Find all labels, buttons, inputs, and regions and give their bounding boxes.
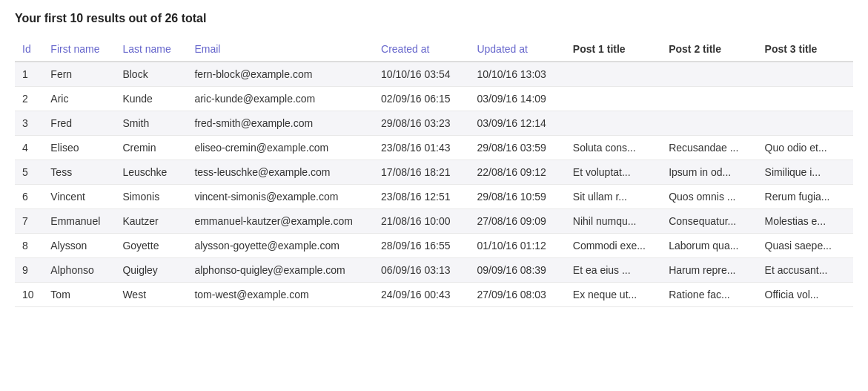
cell-firstname: Tess: [43, 160, 115, 185]
sort-email-link[interactable]: Email: [194, 43, 220, 55]
col-header-email[interactable]: Email: [187, 37, 374, 62]
cell-lastname: Goyette: [115, 234, 187, 258]
cell-id: 7: [15, 209, 43, 234]
sort-updated-link[interactable]: Updated at: [477, 43, 528, 55]
cell-post2: Ratione fac...: [661, 283, 757, 307]
results-table: Id First name Last name Email Created at…: [15, 37, 853, 307]
cell-lastname: Leuschke: [115, 160, 187, 185]
cell-firstname: Aric: [43, 87, 115, 111]
cell-post1: Sit ullam r...: [566, 185, 661, 209]
cell-firstname: Eliseo: [43, 136, 115, 160]
cell-id: 6: [15, 185, 43, 209]
cell-firstname: Alysson: [43, 234, 115, 258]
cell-lastname: Smith: [115, 111, 187, 136]
cell-created: 29/08/16 03:23: [374, 111, 469, 136]
cell-post1: Nihil numqu...: [566, 209, 661, 234]
cell-email: vincent-simonis@example.com: [187, 185, 374, 209]
cell-updated: 01/10/16 01:12: [469, 234, 565, 258]
cell-post2: Quos omnis ...: [661, 185, 757, 209]
cell-email: emmanuel-kautzer@example.com: [187, 209, 374, 234]
table-row: 10TomWesttom-west@example.com24/09/16 00…: [15, 283, 853, 307]
table-row: 8AlyssonGoyettealysson-goyette@example.c…: [15, 234, 853, 258]
cell-updated: 22/08/16 09:12: [469, 160, 565, 185]
cell-id: 9: [15, 258, 43, 283]
col-header-post3: Post 3 title: [758, 37, 853, 62]
col-header-updated[interactable]: Updated at: [469, 37, 565, 62]
cell-post2: Recusandae ...: [661, 136, 757, 160]
cell-post3: Rerum fugia...: [758, 185, 853, 209]
cell-email: fred-smith@example.com: [187, 111, 374, 136]
cell-created: 24/09/16 00:43: [374, 283, 469, 307]
cell-updated: 10/10/16 13:03: [469, 62, 565, 87]
cell-firstname: Vincent: [43, 185, 115, 209]
cell-post1: Soluta cons...: [566, 136, 661, 160]
cell-post1: [566, 62, 661, 87]
cell-post1: [566, 111, 661, 136]
cell-post2: [661, 111, 757, 136]
sort-created-link[interactable]: Created at: [381, 43, 429, 55]
cell-lastname: Quigley: [115, 258, 187, 283]
cell-post3: [758, 87, 853, 111]
sort-firstname-link[interactable]: First name: [50, 43, 99, 55]
cell-id: 1: [15, 62, 43, 87]
table-row: 6VincentSimonisvincent-simonis@example.c…: [15, 185, 853, 209]
cell-id: 3: [15, 111, 43, 136]
cell-post1: Et voluptat...: [566, 160, 661, 185]
cell-post1: Et ea eius ...: [566, 258, 661, 283]
cell-email: tom-west@example.com: [187, 283, 374, 307]
cell-created: 02/09/16 06:15: [374, 87, 469, 111]
cell-post3: [758, 111, 853, 136]
cell-updated: 29/08/16 03:59: [469, 136, 565, 160]
col-header-created[interactable]: Created at: [374, 37, 469, 62]
cell-lastname: Simonis: [115, 185, 187, 209]
cell-created: 10/10/16 03:54: [374, 62, 469, 87]
cell-firstname: Fred: [43, 111, 115, 136]
col-header-lastname[interactable]: Last name: [115, 37, 187, 62]
cell-email: alphonso-quigley@example.com: [187, 258, 374, 283]
table-row: 9AlphonsoQuigleyalphonso-quigley@example…: [15, 258, 853, 283]
cell-post2: Harum repre...: [661, 258, 757, 283]
cell-post2: Ipsum in od...: [661, 160, 757, 185]
cell-updated: 03/09/16 12:14: [469, 111, 565, 136]
sort-id-link[interactable]: Id: [22, 43, 31, 55]
cell-firstname: Emmanuel: [43, 209, 115, 234]
sort-lastname-link[interactable]: Last name: [122, 43, 170, 55]
cell-created: 06/09/16 03:13: [374, 258, 469, 283]
cell-id: 4: [15, 136, 43, 160]
table-row: 7EmmanuelKautzeremmanuel-kautzer@example…: [15, 209, 853, 234]
cell-id: 10: [15, 283, 43, 307]
cell-id: 2: [15, 87, 43, 111]
cell-created: 17/08/16 18:21: [374, 160, 469, 185]
cell-email: aric-kunde@example.com: [187, 87, 374, 111]
cell-lastname: Kautzer: [115, 209, 187, 234]
cell-lastname: West: [115, 283, 187, 307]
col-header-id[interactable]: Id: [15, 37, 43, 62]
table-row: 5TessLeuschketess-leuschke@example.com17…: [15, 160, 853, 185]
table-header-row: Id First name Last name Email Created at…: [15, 37, 853, 62]
cell-updated: 27/09/16 08:03: [469, 283, 565, 307]
cell-firstname: Alphonso: [43, 258, 115, 283]
cell-post2: Laborum qua...: [661, 234, 757, 258]
table-row: 2AricKundearic-kunde@example.com02/09/16…: [15, 87, 853, 111]
cell-updated: 03/09/16 14:09: [469, 87, 565, 111]
cell-post3: Quasi saepe...: [758, 234, 853, 258]
cell-post1: Commodi exe...: [566, 234, 661, 258]
cell-lastname: Block: [115, 62, 187, 87]
cell-created: 23/08/16 01:43: [374, 136, 469, 160]
cell-post3: Quo odio et...: [758, 136, 853, 160]
cell-post3: [758, 62, 853, 87]
cell-firstname: Tom: [43, 283, 115, 307]
table-row: 3FredSmithfred-smith@example.com29/08/16…: [15, 111, 853, 136]
cell-email: tess-leuschke@example.com: [187, 160, 374, 185]
cell-id: 5: [15, 160, 43, 185]
cell-created: 21/08/16 10:00: [374, 209, 469, 234]
col-header-firstname[interactable]: First name: [43, 37, 115, 62]
table-row: 4EliseoCremineliseo-cremin@example.com23…: [15, 136, 853, 160]
cell-created: 28/09/16 16:55: [374, 234, 469, 258]
cell-updated: 09/09/16 08:39: [469, 258, 565, 283]
cell-post3: Molestias e...: [758, 209, 853, 234]
cell-post1: [566, 87, 661, 111]
cell-lastname: Kunde: [115, 87, 187, 111]
results-header: Your first 10 results out of 26 total: [15, 12, 853, 25]
cell-post2: Consequatur...: [661, 209, 757, 234]
